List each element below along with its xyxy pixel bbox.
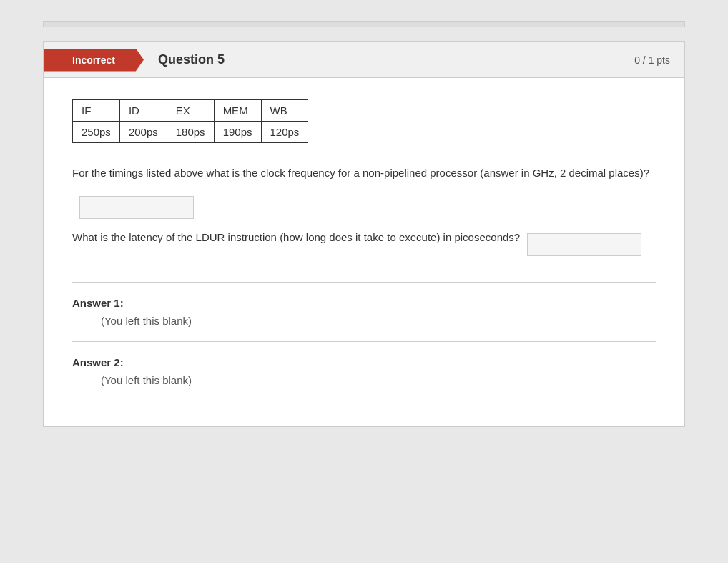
col-ex: EX	[167, 100, 214, 122]
col-mem: MEM	[214, 100, 261, 122]
answer1-blank: (You left this blank)	[72, 315, 656, 327]
incorrect-badge: Incorrect	[44, 49, 144, 72]
val-wb: 120ps	[261, 122, 308, 143]
question1-group: For the timings listed above what is the…	[72, 165, 656, 219]
col-if: IF	[73, 100, 120, 122]
val-if: 250ps	[73, 122, 120, 143]
val-ex: 180ps	[167, 122, 214, 143]
divider-1	[72, 282, 656, 283]
answer2-input[interactable]	[527, 233, 641, 256]
timing-table: IF ID EX MEM WB 250ps 200ps 180ps 190ps …	[72, 99, 308, 143]
col-wb: WB	[261, 100, 308, 122]
answer2-blank: (You left this blank)	[72, 374, 656, 386]
table-header-row: IF ID EX MEM WB	[73, 100, 308, 122]
val-mem: 190ps	[214, 122, 261, 143]
col-id: ID	[119, 100, 167, 122]
question-text-1: For the timings listed above what is the…	[72, 165, 649, 182]
page-wrapper: Incorrect Question 5 0 / 1 pts IF ID EX …	[0, 21, 728, 441]
question2-group: What is the latency of the LDUR instruct…	[72, 229, 656, 260]
answer2-label: Answer 2:	[72, 356, 656, 368]
top-bar	[43, 21, 685, 27]
table-value-row: 250ps 200ps 180ps 190ps 120ps	[73, 122, 308, 143]
question-header: Incorrect Question 5 0 / 1 pts	[44, 42, 684, 78]
answer1-input[interactable]	[79, 196, 194, 219]
val-id: 200ps	[119, 122, 167, 143]
question-body: IF ID EX MEM WB 250ps 200ps 180ps 190ps …	[44, 78, 684, 426]
answer1-label: Answer 1:	[72, 297, 656, 309]
question-text-2: What is the latency of the LDUR instruct…	[72, 229, 520, 246]
question-title: Question 5	[144, 52, 634, 67]
divider-2	[72, 341, 656, 342]
question-container: Incorrect Question 5 0 / 1 pts IF ID EX …	[43, 41, 685, 427]
points-display: 0 / 1 pts	[634, 54, 684, 66]
